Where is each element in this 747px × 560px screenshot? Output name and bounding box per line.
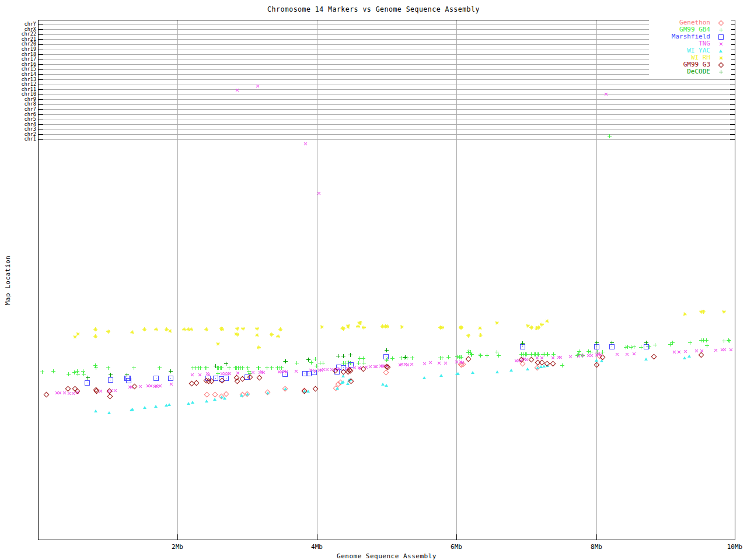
y-tick-left (39, 109, 43, 110)
data-point (422, 361, 428, 367)
chromosome-row-line (39, 134, 735, 135)
data-point (400, 325, 404, 329)
x-gridline (177, 20, 178, 540)
data-point (653, 343, 657, 347)
chromosome-row-line (39, 94, 735, 95)
y-tick-left (39, 29, 43, 30)
data-point (44, 392, 50, 398)
data-point (168, 376, 173, 381)
y-tick-right (730, 104, 735, 105)
data-point (485, 354, 489, 358)
data-point (306, 358, 310, 362)
data-point (85, 380, 90, 386)
data-point (497, 354, 501, 358)
data-point (198, 366, 203, 370)
data-point (727, 339, 731, 343)
data-point (194, 380, 200, 386)
chromosome-label: chr1 (1, 136, 36, 142)
data-point (385, 384, 388, 387)
legend-item: DeCODE (649, 68, 731, 75)
chromosome-row-line (39, 85, 735, 85)
data-point (107, 394, 113, 400)
data-point (603, 92, 609, 97)
data-point (197, 372, 203, 378)
y-tick-left (39, 44, 43, 45)
legend-label: WI YAC (649, 47, 710, 54)
plot-area: chrYchrXchr22chr21chr20chr19chr18chr17ch… (0, 0, 747, 560)
data-point (320, 325, 324, 329)
chromosome-row-line (39, 130, 735, 130)
y-tick-left (39, 85, 43, 85)
x-tick-label: 2Mb (160, 543, 195, 551)
data-point (336, 354, 340, 358)
data-point (235, 327, 239, 331)
data-point (266, 391, 270, 394)
data-point (224, 362, 228, 366)
data-point (153, 376, 159, 381)
data-point (154, 327, 158, 331)
data-point (683, 312, 687, 316)
data-point (410, 356, 414, 360)
data-point (546, 352, 550, 356)
triangle-marker-icon (710, 47, 731, 54)
data-point (443, 360, 449, 366)
data-point (608, 134, 612, 138)
data-point (93, 334, 97, 338)
plus-marker-icon (710, 68, 731, 75)
data-point (65, 386, 71, 392)
data-point (383, 370, 389, 376)
data-point (644, 358, 648, 360)
data-point (142, 327, 146, 331)
chromosome-row-line (39, 50, 735, 50)
data-point (108, 377, 113, 383)
data-point (235, 332, 239, 337)
chromosome-row-line (39, 114, 735, 115)
data-point (440, 356, 444, 360)
data-point (219, 366, 224, 370)
data-point (294, 369, 299, 374)
data-point (321, 361, 325, 365)
x-tick-label: 6Mb (439, 543, 474, 551)
cross-marker-icon (710, 40, 731, 47)
legend-item: WI RH (649, 54, 731, 61)
data-point (216, 342, 220, 346)
chromosome-row-line (39, 29, 735, 30)
diamond-icon (718, 62, 724, 68)
data-point (439, 374, 443, 377)
data-point (428, 360, 434, 366)
diamond-marker-icon (710, 19, 731, 26)
data-point (390, 356, 395, 360)
data-point (362, 326, 366, 330)
data-point (313, 357, 317, 361)
data-point (529, 357, 535, 363)
data-point (609, 344, 615, 349)
data-point (295, 361, 299, 365)
data-point (94, 410, 97, 412)
chromosome-row-line (39, 120, 735, 120)
data-point (610, 341, 614, 345)
data-point (594, 344, 599, 349)
square-marker-icon (710, 33, 731, 40)
data-point (495, 370, 499, 373)
data-point (94, 366, 98, 370)
data-point (169, 369, 173, 373)
data-point (687, 355, 691, 358)
legend-label: DeCODE (649, 68, 710, 75)
data-point (223, 397, 226, 400)
data-point (495, 321, 499, 325)
data-point (235, 88, 240, 93)
y-tick-left (39, 79, 43, 80)
y-tick-left (39, 74, 43, 75)
diamond-marker-icon (710, 61, 731, 68)
data-point (699, 352, 704, 358)
data-point (109, 373, 113, 377)
star-icon (719, 56, 723, 60)
data-point (125, 373, 129, 377)
y-tick-left (39, 34, 43, 35)
y-tick-right (730, 134, 735, 135)
y-tick-left (39, 134, 43, 135)
data-point (545, 319, 549, 323)
data-point (529, 326, 533, 330)
chromosome-row-line (39, 139, 735, 140)
x-tick-mark (317, 534, 317, 540)
